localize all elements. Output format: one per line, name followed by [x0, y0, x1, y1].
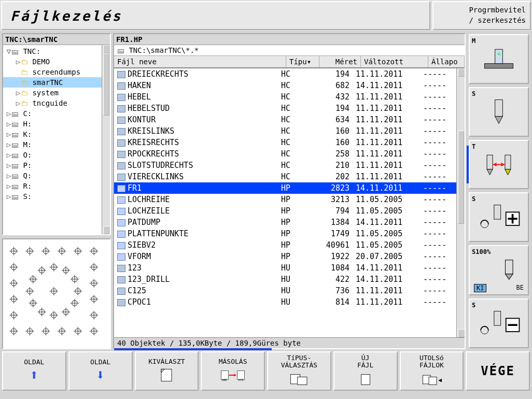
tree-item[interactable]: ▷🖴 P:: [3, 160, 102, 170]
file-scrollbar[interactable]: [456, 68, 465, 337]
file-row[interactable]: DREIECKRECHTSHC19411.11.2011-----: [114, 68, 456, 80]
col-header-type[interactable]: Típu▾: [286, 56, 319, 67]
svg-marker-109: [501, 162, 505, 166]
file-row[interactable]: CPOC1HU81411.11.2011-----: [114, 296, 456, 308]
file-row[interactable]: 123HU108414.11.2011-----: [114, 262, 456, 274]
side-button-m[interactable]: M: [469, 34, 529, 84]
col-header-size[interactable]: Méret: [319, 56, 361, 67]
tree-item[interactable]: ▷🖴 H:: [3, 119, 102, 129]
tree-item[interactable]: ▷🖴 C:: [3, 108, 102, 119]
file-row[interactable]: C125HU73611.11.2011-----: [114, 285, 456, 296]
tree-item[interactable]: ▷🖴 S:: [3, 191, 102, 202]
svg-rect-134: [429, 377, 437, 384]
svg-rect-102: [495, 99, 503, 116]
tree-item[interactable]: 🗀 screendumps: [3, 67, 102, 77]
side-button-s[interactable]: S: [469, 87, 529, 137]
tree-item[interactable]: ▽🖴 TNC:: [3, 46, 102, 56]
file-row[interactable]: HEBELHC43211.11.2011-----: [114, 91, 456, 103]
svg-point-101: [497, 53, 500, 56]
file-row[interactable]: PLATTENPUNKTEHP174911.05.2005-----: [114, 228, 456, 239]
softkey[interactable]: OLDAL⬆: [2, 351, 66, 391]
svg-marker-135: [439, 378, 442, 382]
side-button-s[interactable]: S: [469, 192, 529, 242]
side-button-s[interactable]: S: [469, 298, 529, 348]
path-bar: 🖴 TNC:\smarTNC\*.*: [114, 45, 465, 56]
tree-item[interactable]: ▷🗀 system: [3, 88, 102, 98]
svg-rect-119: [494, 311, 501, 326]
file-panel-title: FR1.HP: [114, 34, 465, 45]
col-header-status[interactable]: Állapo: [428, 56, 465, 67]
file-row[interactable]: LOCHZEILEHP79411.05.2005-----: [114, 205, 456, 217]
softkey[interactable]: TíPUS-VÁLASZTÁS: [267, 351, 331, 391]
svg-rect-106: [505, 155, 511, 169]
file-row[interactable]: VIERECKLINKSHC20211.11.2011-----: [114, 171, 456, 182]
file-row[interactable]: KONTURHC63411.11.2011-----: [114, 114, 456, 125]
file-column-header[interactable]: Fájl neve Típu▾ Méret Változott Állapo: [114, 56, 465, 68]
softkey[interactable]: ÚJFÁJL: [333, 351, 398, 391]
svg-marker-103: [495, 116, 503, 123]
svg-marker-117: [505, 274, 513, 279]
softkey[interactable]: VÉGE: [466, 351, 530, 391]
file-row[interactable]: VFORMHP192220.07.2005-----: [114, 251, 456, 262]
file-status-bar: 40 Objektek / 135,0KByte / 189,9Güres by…: [114, 337, 465, 348]
file-row[interactable]: PATDUMPHP138414.11.2011-----: [114, 217, 456, 228]
file-row[interactable]: KREISRECHTSHC16011.11.2011-----: [114, 137, 456, 148]
file-row[interactable]: HEBELSTUDHC19411.11.2011-----: [114, 103, 456, 114]
page-title: Fájlkezelés: [1, 1, 430, 30]
softkey[interactable]: MÁSOLÁSABCXYZ: [201, 351, 265, 391]
softkey[interactable]: OLDAL⬇: [68, 351, 133, 391]
file-list-panel: FR1.HP 🖴 TNC:\smarTNC\*.* Fájl neve Típu…: [113, 33, 466, 349]
svg-marker-105: [487, 169, 493, 175]
file-row[interactable]: LOCHREIHEHP321311.05.2005-----: [114, 194, 456, 205]
file-row[interactable]: SIEBV2HP4096111.05.2005-----: [114, 239, 456, 251]
side-button-s100%[interactable]: S100%KIBE: [469, 245, 529, 295]
tree-item[interactable]: ▷🖴 R:: [3, 181, 102, 191]
softkey[interactable]: UTOLSóFÁJLOK: [400, 351, 464, 391]
mode-line2: / szerkesztés: [438, 16, 526, 26]
softkey[interactable]: KIVÁLASZT: [135, 351, 199, 391]
tree-item[interactable]: ▷🖴 Q:: [3, 170, 102, 181]
svg-marker-110: [493, 162, 496, 166]
mode-line1: Progrmbevitel: [438, 5, 526, 16]
tree-item[interactable]: 🗀 smarTNC: [3, 77, 102, 88]
file-row[interactable]: SLOTSTUDRECHTSHC21011.11.2011-----: [114, 160, 456, 171]
svg-text:ABC: ABC: [222, 378, 227, 381]
col-header-date[interactable]: Változott: [361, 56, 428, 67]
tree-title: TNC:\smarTNC: [3, 34, 110, 45]
svg-rect-99: [485, 64, 513, 68]
tree-item[interactable]: ▷🖴 O:: [3, 150, 102, 160]
svg-rect-112: [494, 205, 501, 220]
file-row[interactable]: FR1HP282314.11.2011-----: [114, 182, 456, 194]
tree-item[interactable]: ▷🗀 DEMO: [3, 56, 102, 67]
svg-marker-129: [234, 374, 236, 377]
col-header-name[interactable]: Fájl neve: [114, 56, 286, 67]
svg-marker-107: [505, 169, 511, 175]
svg-rect-131: [298, 377, 307, 384]
side-button-t[interactable]: T: [469, 140, 529, 190]
tree-scrollbar[interactable]: [102, 45, 110, 234]
directory-tree-panel: TNC:\smarTNC ▽🖴 TNC:▷🗀 DEMO 🗀 screendump…: [2, 33, 111, 235]
svg-rect-104: [487, 155, 493, 169]
file-row[interactable]: RPOCKRECHTSHC25811.11.2011-----: [114, 148, 456, 160]
file-preview: [2, 238, 111, 349]
tree-item[interactable]: ▷🖴 K:: [3, 129, 102, 139]
svg-text:XYZ: XYZ: [239, 378, 244, 381]
svg-rect-100: [495, 49, 503, 64]
tree-item[interactable]: ▷🖴 M:: [3, 139, 102, 150]
svg-rect-116: [505, 260, 513, 274]
tree-item[interactable]: ▷🗀 tncguide: [3, 98, 102, 108]
file-row[interactable]: HAKENHC68214.11.2011-----: [114, 80, 456, 91]
mode-indicator: Progrmbevitel / szerkesztés: [432, 1, 531, 30]
svg-rect-132: [361, 374, 370, 384]
file-row[interactable]: KREISLINKSHC16011.11.2011-----: [114, 125, 456, 137]
file-row[interactable]: 123_DRILLHU42214.11.2011-----: [114, 274, 456, 285]
